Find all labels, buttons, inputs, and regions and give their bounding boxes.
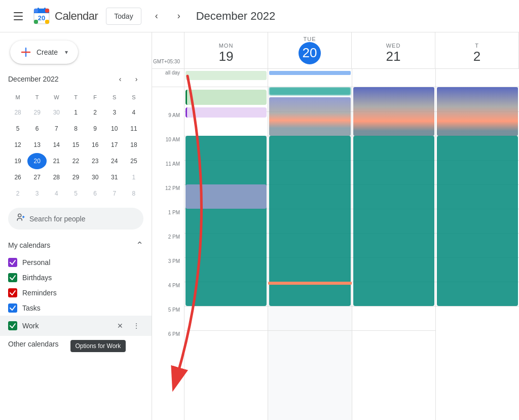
- mini-cal-day[interactable]: 13: [27, 137, 47, 153]
- thu-name: T: [475, 43, 479, 49]
- mini-cal-day[interactable]: 27: [27, 169, 47, 185]
- tue-event-top[interactable]: [269, 87, 350, 95]
- mini-cal-day[interactable]: 26: [8, 169, 27, 185]
- mini-cal-day[interactable]: 3: [27, 185, 47, 202]
- thu-multicolor-block[interactable]: [437, 87, 518, 136]
- mini-cal-day[interactable]: 19: [8, 153, 27, 169]
- calendar-item-personal[interactable]: Personal: [0, 255, 152, 270]
- work-close-button[interactable]: ✕: [113, 319, 127, 333]
- app-header: 20 Calendar Today ‹ › December 2022: [0, 0, 519, 32]
- my-calendars-title: My calendars: [8, 241, 50, 249]
- tue-teal-block[interactable]: [269, 136, 350, 306]
- mini-cal-day[interactable]: 1: [66, 104, 85, 121]
- tue-4pm-event[interactable]: [268, 282, 351, 285]
- mini-cal-day[interactable]: 22: [66, 153, 85, 169]
- hour-line: [184, 306, 268, 307]
- search-people[interactable]: Search for people: [8, 208, 143, 230]
- create-button[interactable]: Create ▾: [10, 41, 78, 64]
- work-checkbox[interactable]: [8, 321, 17, 330]
- mini-cal-day[interactable]: 1: [124, 169, 143, 185]
- mini-cal-day[interactable]: 25: [124, 153, 143, 169]
- day-header-thu[interactable]: T 2: [435, 32, 519, 68]
- tasks-checkbox[interactable]: [8, 303, 17, 313]
- mini-cal-day[interactable]: 20: [27, 153, 47, 169]
- main-layout: Create ▾ December 2022 ‹ › M T W T: [0, 32, 519, 420]
- mini-cal-day[interactable]: 17: [105, 137, 124, 153]
- hour-line: [436, 306, 519, 307]
- wed-events-col[interactable]: [352, 87, 436, 420]
- mini-cal-day[interactable]: 8: [124, 185, 143, 202]
- day-header-mon[interactable]: MON 19: [184, 32, 268, 68]
- mini-cal-day[interactable]: 6: [27, 121, 47, 137]
- mini-cal-day[interactable]: 9: [86, 121, 105, 137]
- mon-event-2[interactable]: [186, 107, 267, 118]
- mini-cal-next[interactable]: ›: [129, 72, 143, 86]
- mini-cal-day[interactable]: 14: [47, 137, 66, 153]
- mini-cal-day[interactable]: 10: [105, 121, 124, 137]
- mini-cal-day[interactable]: 5: [8, 121, 27, 137]
- allday-event-tue[interactable]: [269, 71, 350, 75]
- mon-events-col[interactable]: [184, 87, 268, 420]
- mini-cal-day[interactable]: 30: [86, 169, 105, 185]
- mini-cal-day[interactable]: 2: [8, 185, 27, 202]
- tue-events-col[interactable]: [268, 87, 352, 420]
- thu-events-col[interactable]: [436, 87, 519, 420]
- work-more-button[interactable]: ⋮: [129, 319, 143, 333]
- mini-cal-day[interactable]: 23: [86, 153, 105, 169]
- time-gutter-header: GMT+05:30: [152, 32, 184, 68]
- create-plus-icon: [20, 47, 31, 58]
- all-day-row: all day: [152, 69, 519, 87]
- svg-rect-6: [34, 9, 38, 13]
- mini-cal-day[interactable]: 6: [86, 185, 105, 202]
- mini-cal-day[interactable]: 16: [86, 137, 105, 153]
- mini-cal-day[interactable]: 11: [124, 121, 143, 137]
- day-header-tue[interactable]: TUE 20: [268, 32, 352, 68]
- mini-cal-prev[interactable]: ‹: [113, 72, 127, 86]
- calendar-item-birthdays[interactable]: Birthdays: [0, 270, 152, 285]
- mini-cal-day[interactable]: 2: [86, 104, 105, 121]
- mini-calendar: December 2022 ‹ › M T W T F S S: [0, 72, 152, 202]
- mini-cal-day[interactable]: 28: [47, 169, 66, 185]
- mini-cal-day[interactable]: 28: [8, 104, 27, 121]
- mini-cal-day[interactable]: 30: [47, 104, 66, 121]
- calendar-item-work[interactable]: Work ✕ ⋮ Options for Work: [0, 316, 152, 336]
- calendar-item-tasks[interactable]: Tasks: [0, 300, 152, 316]
- mini-cal-day[interactable]: 3: [105, 104, 124, 121]
- tue-multicolor-block[interactable]: [269, 97, 350, 136]
- mon-purple-block[interactable]: [186, 184, 267, 209]
- allday-event-mon[interactable]: [186, 71, 267, 80]
- personal-checkbox[interactable]: [8, 258, 17, 267]
- reminders-checkbox[interactable]: [8, 288, 17, 297]
- mini-cal-day[interactable]: 21: [47, 153, 66, 169]
- next-button[interactable]: ›: [170, 7, 188, 25]
- mini-cal-day[interactable]: 29: [66, 169, 85, 185]
- wed-multicolor-block[interactable]: [353, 87, 434, 136]
- mon-teal-block[interactable]: [186, 136, 267, 306]
- prev-button[interactable]: ‹: [147, 7, 166, 25]
- mini-cal-day[interactable]: 24: [105, 153, 124, 169]
- today-button[interactable]: Today: [106, 8, 141, 25]
- mini-cal-day[interactable]: 29: [27, 104, 47, 121]
- day-header-thu: T: [66, 90, 85, 104]
- thu-teal-block[interactable]: [437, 136, 518, 306]
- day-header-wed[interactable]: WED 21: [352, 32, 435, 68]
- mini-cal-day[interactable]: 7: [47, 121, 66, 137]
- mini-cal-day[interactable]: 4: [124, 104, 143, 121]
- mini-cal-day[interactable]: 4: [47, 185, 66, 202]
- mini-cal-grid: M T W T F S S 28293012345678910111213141…: [8, 90, 143, 202]
- other-calendars-header[interactable]: Other calendars: [0, 336, 152, 352]
- birthdays-checkbox[interactable]: [8, 273, 17, 282]
- mon-event-1[interactable]: [186, 90, 267, 105]
- mini-cal-day[interactable]: 31: [105, 169, 124, 185]
- mini-cal-day[interactable]: 7: [105, 185, 124, 202]
- time-label-10am: 10 AM: [152, 136, 184, 160]
- menu-button[interactable]: [8, 6, 28, 26]
- mini-cal-day[interactable]: 5: [66, 185, 85, 202]
- wed-teal-block[interactable]: [353, 136, 434, 306]
- my-calendars-header[interactable]: My calendars ⌃: [0, 236, 152, 255]
- mini-cal-day[interactable]: 8: [66, 121, 85, 137]
- calendar-item-reminders[interactable]: Reminders: [0, 285, 152, 300]
- mini-cal-day[interactable]: 15: [66, 137, 85, 153]
- mini-cal-day[interactable]: 12: [8, 137, 27, 153]
- mini-cal-day[interactable]: 18: [124, 137, 143, 153]
